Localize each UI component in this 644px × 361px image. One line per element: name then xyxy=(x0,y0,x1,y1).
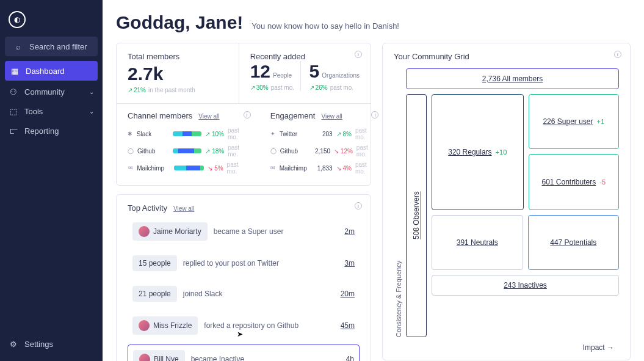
total-trend: ↗21%in the past month xyxy=(128,87,228,93)
search-icon: ⌕ xyxy=(13,42,23,51)
activity-item[interactable]: Bill Nyebecame Inactive4h xyxy=(128,345,360,361)
grid-regulars[interactable]: 320 Regulars+10 xyxy=(432,94,524,210)
nav-community[interactable]: ⚇ Community ⌄ xyxy=(0,82,103,101)
activity-time[interactable]: 20m xyxy=(341,290,355,298)
community-icon: ⚇ xyxy=(9,87,18,97)
view-all-link[interactable]: View all xyxy=(173,205,194,212)
mailchimp-icon: ✉ xyxy=(270,165,276,171)
grid-observers[interactable]: 508 Observers xyxy=(406,94,427,337)
mailchimp-icon: ✉ xyxy=(128,165,133,171)
activity-actor: 15 people xyxy=(132,255,177,271)
activity-desc: became Inactive xyxy=(191,355,244,361)
dashboard-icon: ▦ xyxy=(10,66,20,76)
activity-actor: Bill Nye xyxy=(133,350,185,361)
activity-desc: became a Super user xyxy=(214,227,284,236)
avatar xyxy=(139,226,150,237)
activity-time[interactable]: 2m xyxy=(344,227,355,236)
channel-members-title: Channel members xyxy=(128,111,192,120)
engagement-title: Engagement xyxy=(270,111,316,120)
github-icon: ◯ xyxy=(270,148,277,154)
orgs-count: 5 xyxy=(309,61,320,81)
chevron-down-icon: ⌄ xyxy=(89,89,94,95)
twitter-icon: ✦ xyxy=(270,131,276,137)
grid-potentials[interactable]: 447 Potentials xyxy=(528,215,620,270)
search-input[interactable]: ⌕ Search and filter xyxy=(5,37,98,56)
top-activity-title: Top Activity xyxy=(128,203,167,213)
activity-desc: replied to your post on Twitter xyxy=(183,259,279,268)
total-members-value: 2.7k xyxy=(128,64,228,84)
slack-icon: ✱ xyxy=(128,131,133,137)
channel-row: ✱Slack10%past mo. xyxy=(128,125,248,142)
engagement-row: ✉Mailchimp1,8334%past mo. xyxy=(270,159,377,177)
channel-row: ◯Github18%past mo. xyxy=(128,142,248,159)
info-icon[interactable]: i xyxy=(355,202,362,210)
activity-time[interactable]: 4h xyxy=(346,355,354,361)
community-grid-title: Your Community Grid xyxy=(394,52,619,61)
engagement-row: ◯Github2,15012%past mo. xyxy=(270,142,377,159)
chevron-down-icon: ⌄ xyxy=(89,108,94,115)
channel-row: ✉Mailchimp5%past mo. xyxy=(128,159,248,177)
reporting-icon: ⫍ xyxy=(9,126,18,136)
x-axis-label: Impact xyxy=(394,343,619,352)
grid-all-members[interactable]: 2,736 All members xyxy=(406,68,619,89)
nav-reporting[interactable]: ⫍ Reporting xyxy=(0,121,103,140)
activity-item[interactable]: 21 peoplejoined Slack20m xyxy=(128,281,360,307)
avatar xyxy=(139,320,150,331)
greeting-title: Goddag, Jane! xyxy=(116,12,243,33)
grid-contributers[interactable]: 601 Contributers-5 xyxy=(529,154,620,210)
total-members-label: Total members xyxy=(128,52,228,61)
recently-added-label: Recently added xyxy=(250,52,360,61)
nav-settings[interactable]: ⚙ Settings xyxy=(0,334,103,354)
info-icon[interactable]: i xyxy=(371,111,378,119)
greeting-subtitle: You now know how to say hello in Danish! xyxy=(251,21,399,31)
activity-item[interactable]: Jaime Moriartybecame a Super user2m xyxy=(128,217,360,246)
view-all-link[interactable]: View all xyxy=(321,113,342,120)
activity-time[interactable]: 3m xyxy=(344,259,355,268)
info-icon[interactable]: i xyxy=(614,51,621,58)
nav-tools[interactable]: ⬚ Tools ⌄ xyxy=(0,101,103,121)
people-count: 12 xyxy=(250,61,270,81)
activity-desc: forked a repository on Github xyxy=(204,321,298,330)
grid-super-user[interactable]: 226 Super user+1 xyxy=(529,94,620,149)
activity-time[interactable]: 45m xyxy=(341,321,355,330)
y-axis-label: Consistency & Frequency xyxy=(394,68,402,337)
tools-icon: ⬚ xyxy=(9,106,18,116)
view-all-link[interactable]: View all xyxy=(198,113,219,120)
nav-dashboard[interactable]: ▦ Dashboard xyxy=(5,61,98,81)
grid-neutrals[interactable]: 391 Neutrals xyxy=(432,215,523,270)
activity-desc: joined Slack xyxy=(183,290,223,298)
activity-item[interactable]: 15 peoplereplied to your post on Twitter… xyxy=(128,250,360,276)
gear-icon: ⚙ xyxy=(9,339,18,349)
github-icon: ◯ xyxy=(128,148,134,154)
activity-actor: 21 people xyxy=(132,286,177,302)
logo: ◐ xyxy=(9,11,26,28)
activity-actor: Miss Frizzle xyxy=(132,316,198,335)
avatar xyxy=(139,354,150,361)
grid-inactives[interactable]: 243 Inactives xyxy=(432,275,619,296)
info-icon[interactable]: i xyxy=(244,111,251,119)
engagement-row: ✦Twitter2038%past mo. xyxy=(270,125,377,142)
activity-actor: Jaime Moriarty xyxy=(132,222,208,241)
info-icon[interactable]: i xyxy=(355,51,362,58)
activity-item[interactable]: Miss Frizzleforked a repository on Githu… xyxy=(128,312,360,340)
